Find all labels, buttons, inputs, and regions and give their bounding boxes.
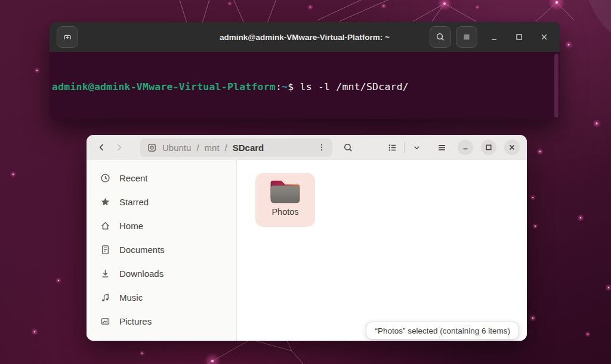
disk-icon: [147, 143, 157, 153]
search-icon: [436, 32, 445, 42]
minimize-icon: [462, 144, 469, 151]
kebab-menu-icon[interactable]: [317, 143, 326, 152]
recent-clock-icon: [100, 173, 110, 183]
sidebar-item-documents[interactable]: Documents: [91, 237, 232, 261]
terminal-menu-button[interactable]: [456, 26, 477, 48]
sidebar-item-recent[interactable]: Recent: [91, 166, 232, 190]
document-icon: [100, 245, 110, 255]
sidebar-item-label: Documents: [119, 245, 165, 255]
terminal-window: admink@admink-VMware-Virtual-Platform: ~: [50, 22, 560, 119]
folder-photos[interactable]: Photos: [255, 173, 315, 227]
folder-label: Photos: [271, 207, 298, 217]
sidebar-item-label: Pictures: [119, 316, 152, 326]
sidebar-item-home[interactable]: Home: [91, 214, 232, 237]
sidebar-item-music[interactable]: Music: [91, 285, 232, 309]
breadcrumb-separator: /: [196, 143, 199, 153]
terminal-close-button[interactable]: [536, 29, 553, 45]
maximize-icon: [485, 144, 492, 151]
files-window: Ubuntu / mnt / SDcard: [87, 135, 527, 341]
download-icon: [100, 269, 110, 279]
files-content-area[interactable]: Photos “Photos” selected (containing 6 i…: [237, 160, 527, 341]
selection-status-text: “Photos” selected (containing 6 items): [375, 326, 510, 335]
sidebar-item-label: Downloads: [119, 269, 163, 279]
sidebar-item-label: Starred: [119, 197, 149, 207]
files-minimize-button[interactable]: [458, 140, 473, 155]
files-menu-button[interactable]: [433, 139, 450, 156]
sidebar-item-label: Home: [119, 221, 143, 231]
picture-icon: [100, 316, 110, 326]
chevron-down-icon: [412, 143, 421, 152]
minimize-icon: [490, 33, 498, 41]
chevron-left-icon: [97, 143, 107, 152]
breadcrumb-separator: /: [225, 143, 227, 153]
sidebar-item-starred[interactable]: Starred: [91, 190, 232, 214]
home-icon: [100, 221, 110, 231]
new-tab-icon: [63, 32, 72, 42]
breadcrumb-root[interactable]: Ubuntu: [162, 143, 191, 153]
new-tab-button[interactable]: [57, 26, 78, 48]
terminal-maximize-button[interactable]: [511, 29, 527, 45]
hamburger-menu-icon: [437, 143, 447, 153]
sidebar-item-pictures[interactable]: Pictures: [91, 309, 232, 333]
folder-icon: [267, 176, 304, 206]
view-options-dropdown[interactable]: [408, 139, 425, 156]
search-icon: [343, 143, 353, 153]
breadcrumb-current[interactable]: SDcard: [233, 143, 264, 153]
terminal-scrollbar[interactable]: [554, 54, 558, 118]
terminal-line-prompt-command: admink@admink-VMware-Virtual-Platform:~$…: [52, 81, 560, 94]
close-icon: [540, 33, 548, 41]
terminal-command: ls -l /mnt/SDcard/: [294, 81, 409, 92]
sidebar-item-label: Recent: [119, 173, 148, 183]
sidebar-item-label: Music: [119, 292, 143, 303]
breadcrumb-mnt[interactable]: mnt: [205, 143, 220, 153]
list-view-icon: [387, 143, 397, 153]
terminal-minimize-button[interactable]: [486, 29, 502, 45]
maximize-icon: [515, 33, 523, 41]
close-icon: [508, 144, 516, 151]
files-maximize-button[interactable]: [481, 140, 496, 155]
desktop: admink@admink-VMware-Virtual-Platform: ~: [0, 0, 611, 364]
chevron-right-icon: [114, 143, 124, 152]
files-headerbar[interactable]: Ubuntu / mnt / SDcard: [87, 135, 527, 160]
files-sidebar: Recent Starred Home: [87, 160, 237, 341]
files-close-button[interactable]: [504, 140, 520, 155]
back-button[interactable]: [94, 139, 110, 156]
terminal-search-button[interactable]: [430, 26, 451, 48]
list-view-button[interactable]: [384, 139, 400, 156]
hamburger-menu-icon: [462, 32, 471, 42]
sidebar-item-downloads[interactable]: Downloads: [91, 261, 232, 285]
breadcrumb[interactable]: Ubuntu / mnt / SDcard: [140, 138, 332, 157]
music-note-icon: [100, 292, 110, 303]
star-icon: [100, 197, 110, 207]
view-toggle-divider: [404, 142, 405, 153]
terminal-output[interactable]: admink@admink-VMware-Virtual-Platform:~$…: [50, 52, 560, 119]
files-search-button[interactable]: [340, 139, 356, 156]
forward-button[interactable]: [110, 139, 127, 156]
terminal-titlebar[interactable]: admink@admink-VMware-Virtual-Platform: ~: [50, 22, 560, 52]
selection-status-toast: “Photos” selected (containing 6 items): [366, 322, 519, 340]
